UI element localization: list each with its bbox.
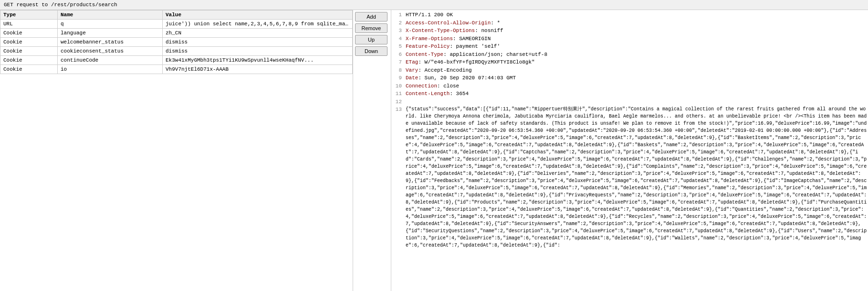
line-number: 1: [391, 11, 406, 19]
line-content: Vary: Accept-Encoding: [406, 66, 868, 75]
table-row[interactable]: Cookiewelcomebanner_statusdismiss: [0, 38, 353, 47]
table-row[interactable]: CookiecontinueCodeEk3w41xMyGMbh3tps1TYi1…: [0, 56, 353, 65]
response-line: 9Date: Sun, 20 Sep 2020 07:44:03 GMT: [391, 74, 868, 82]
cell-type: URL: [0, 20, 58, 29]
cell-name: welcomebanner_status: [58, 38, 163, 47]
cell-value: zh_CN: [163, 29, 353, 38]
line-number: 13: [391, 106, 406, 249]
response-line: 13{"status":"success","data":[{"id":11,"…: [391, 106, 868, 249]
cell-value: dismiss: [163, 47, 353, 56]
cell-value: dismiss: [163, 38, 353, 47]
line-number: 11: [391, 90, 406, 98]
add-button[interactable]: Add: [355, 12, 387, 22]
params-table: Type Name Value URLqjuice')) union selec…: [0, 10, 353, 291]
response-line: 10Connection: close: [391, 82, 868, 90]
cell-type: Cookie: [0, 65, 58, 74]
response-line: 7ETag: W/"e46-bxfYF+fgIRDQyzMXFTYI8Clo8g…: [391, 58, 868, 66]
table-header: Type Name Value: [0, 11, 353, 20]
table-row[interactable]: Cookielanguagezh_CN: [0, 29, 353, 38]
line-content: Feature-Policy: payment 'self': [406, 43, 868, 51]
cell-value: Ek3w41xMyGMbh3tps1TYi1KU9wSpvunll4wseKHa…: [163, 56, 353, 65]
title-bar: GET request to /rest/products/search: [0, 0, 868, 10]
response-line: 8Vary: Accept-Encoding: [391, 66, 868, 75]
table-row[interactable]: Cookiecookieconsent_statusdismiss: [0, 47, 353, 56]
response-line: 6Content-Type: application/json; charset…: [391, 51, 868, 59]
line-content: [406, 98, 868, 106]
cell-name: cookieconsent_status: [58, 47, 163, 56]
line-content: Access-Control-Allow-Origin: *: [406, 19, 868, 27]
line-number: 10: [391, 82, 406, 90]
line-number: 8: [391, 66, 406, 75]
col-header-value: Value: [163, 11, 353, 20]
cell-type: Cookie: [0, 38, 58, 47]
line-number: 4: [391, 35, 406, 43]
line-number: 2: [391, 19, 406, 27]
line-content: X-Frame-Options: SAMEORIGIN: [406, 35, 868, 43]
line-number: 12: [391, 98, 406, 106]
cell-name: q: [58, 20, 163, 29]
line-content: Content-Type: application/json; charset=…: [406, 51, 868, 59]
line-content: {"status":"success","data":[{"id":11,"na…: [406, 106, 868, 249]
response-line: 1HTTP/1.1 200 OK: [391, 11, 868, 19]
cell-type: Cookie: [0, 29, 58, 38]
line-content: HTTP/1.1 200 OK: [406, 11, 868, 19]
line-number: 3: [391, 27, 406, 35]
cell-name: io: [58, 65, 163, 74]
table-row[interactable]: URLqjuice')) union select name,2,3,4,5,6…: [0, 20, 353, 29]
cell-name: continueCode: [58, 56, 163, 65]
line-content: ETag: W/"e46-bxfYF+fgIRDQyzMXFTYI8Clo8gk…: [406, 58, 868, 66]
button-panel: Add Remove Up Down: [353, 10, 391, 291]
title-text: GET request to /rest/products/search: [4, 2, 117, 8]
line-number: 9: [391, 74, 406, 82]
cell-value: Vh9V7njtEl6D71x-AAAB: [163, 65, 353, 74]
line-content: X-Content-Type-Options: nosniff: [406, 27, 868, 35]
line-content: Date: Sun, 20 Sep 2020 07:44:03 GMT: [406, 74, 868, 82]
remove-button[interactable]: Remove: [355, 23, 387, 33]
response-line: 4X-Frame-Options: SAMEORIGIN: [391, 35, 868, 43]
line-number: 5: [391, 43, 406, 51]
right-panel: 1HTTP/1.1 200 OK2Access-Control-Allow-Or…: [391, 10, 868, 291]
response-line: 11Content-Length: 3654: [391, 90, 868, 98]
response-line: 3X-Content-Type-Options: nosniff: [391, 27, 868, 35]
line-number: 6: [391, 51, 406, 59]
down-button[interactable]: Down: [355, 46, 387, 56]
col-header-type: Type: [0, 11, 58, 20]
cell-value: juice')) union select name,2,3,4,5,6,7,8…: [163, 20, 353, 29]
cell-type: Cookie: [0, 47, 58, 56]
response-line: 5Feature-Policy: payment 'self': [391, 43, 868, 51]
col-header-name: Name: [58, 11, 163, 20]
line-content: Connection: close: [406, 82, 868, 90]
response-line: 12: [391, 98, 868, 106]
table-row[interactable]: CookieioVh9V7njtEl6D71x-AAAB: [0, 65, 353, 74]
cell-type: Cookie: [0, 56, 58, 65]
line-content: Content-Length: 3654: [406, 90, 868, 98]
response-view[interactable]: 1HTTP/1.1 200 OK2Access-Control-Allow-Or…: [391, 10, 868, 291]
cell-name: language: [58, 29, 163, 38]
response-line: 2Access-Control-Allow-Origin: *: [391, 19, 868, 27]
left-panel: Type Name Value URLqjuice')) union selec…: [0, 10, 391, 291]
line-number: 7: [391, 58, 406, 66]
up-button[interactable]: Up: [355, 35, 387, 44]
